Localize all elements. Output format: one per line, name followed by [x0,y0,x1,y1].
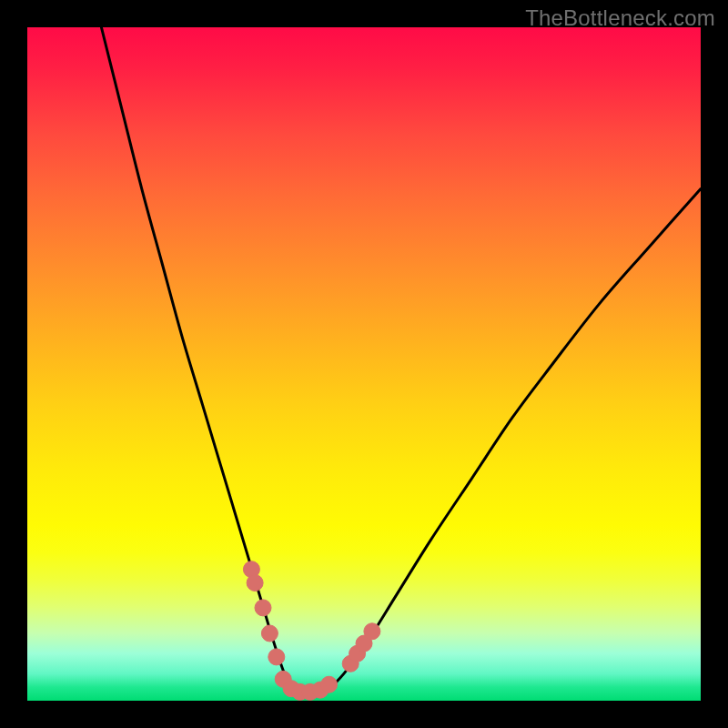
data-marker [268,649,285,665]
chart-svg [27,27,701,701]
curve-group [101,27,701,693]
data-marker [255,600,271,616]
data-marker [247,575,263,592]
marker-group [243,561,379,701]
plot-area [27,27,701,701]
data-marker [364,623,380,640]
outer-frame: TheBottleneck.com [0,0,728,728]
bottleneck-curve-path [101,27,701,693]
data-marker [321,676,338,693]
data-marker [261,625,278,642]
